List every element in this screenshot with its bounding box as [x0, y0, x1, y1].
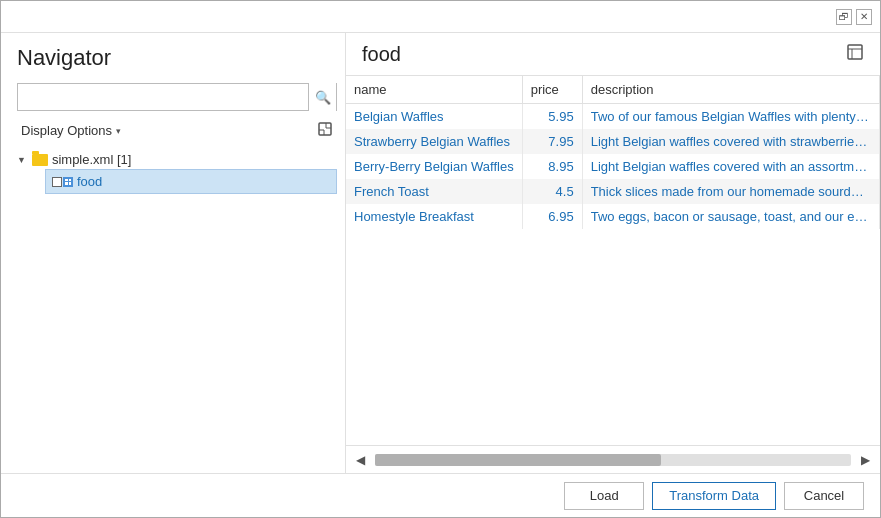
table-row[interactable]: Strawberry Belgian Waffles7.95Light Belg… — [346, 129, 880, 154]
cell-price: 5.95 — [522, 104, 582, 130]
tree-arrow-icon: ▼ — [17, 155, 26, 165]
grid-cell — [69, 182, 72, 185]
app-title: Navigator — [17, 45, 337, 71]
scroll-right-button[interactable]: ▶ — [855, 449, 876, 471]
cell-description: Thick slices made from our homemade sour… — [582, 179, 879, 204]
scroll-left-button[interactable]: ◀ — [350, 449, 371, 471]
cell-description: Two of our famous Belgian Waffles with p… — [582, 104, 879, 130]
chevron-down-icon: ▾ — [116, 126, 121, 136]
cancel-button[interactable]: Cancel — [784, 482, 864, 510]
tree-root-label: simple.xml [1] — [52, 152, 131, 167]
cell-name: French Toast — [346, 179, 522, 204]
cell-description: Light Belgian waffles covered with an as… — [582, 154, 879, 179]
preview-icon — [846, 43, 864, 61]
left-panel: Navigator 🔍 Display Options ▾ — [1, 33, 346, 473]
cell-description: Two eggs, bacon or sausage, toast, and o… — [582, 204, 879, 229]
col-header-name: name — [346, 76, 522, 104]
table-row[interactable]: Berry-Berry Belgian Waffles8.95Light Bel… — [346, 154, 880, 179]
search-input[interactable] — [18, 84, 308, 110]
display-options-button[interactable]: Display Options ▾ — [17, 121, 125, 140]
right-panel: food name price description — [346, 33, 880, 473]
scroll-track[interactable] — [375, 454, 851, 466]
folder-icon — [32, 154, 48, 166]
display-options-row: Display Options ▾ — [17, 119, 337, 142]
expand-button[interactable] — [313, 119, 337, 142]
title-bar: 🗗 ✕ — [1, 1, 880, 33]
tree-child-food[interactable]: food — [45, 169, 337, 194]
content-area: Navigator 🔍 Display Options ▾ — [1, 33, 880, 473]
cell-price: 7.95 — [522, 129, 582, 154]
grid-cell — [69, 179, 72, 182]
data-table: name price description Belgian Waffles5.… — [346, 76, 880, 229]
table-header-row: name price description — [346, 76, 880, 104]
scrollbar-area: ◀ ▶ — [346, 445, 880, 473]
cell-price: 4.5 — [522, 179, 582, 204]
navigator-window: 🗗 ✕ Navigator 🔍 Display Options ▾ — [0, 0, 881, 518]
table-row[interactable]: Homestyle Breakfast6.95Two eggs, bacon o… — [346, 204, 880, 229]
transform-data-button[interactable]: Transform Data — [652, 482, 776, 510]
data-table-container: name price description Belgian Waffles5.… — [346, 75, 880, 445]
table-row[interactable]: French Toast4.5Thick slices made from ou… — [346, 179, 880, 204]
preview-button[interactable] — [842, 41, 868, 67]
bottom-bar: Load Transform Data Cancel — [1, 473, 880, 517]
tree-child-label: food — [77, 174, 102, 189]
restore-button[interactable]: 🗗 — [836, 9, 852, 25]
col-header-description: description — [582, 76, 879, 104]
table-row[interactable]: Belgian Waffles5.95Two of our famous Bel… — [346, 104, 880, 130]
grid-cell — [65, 179, 68, 182]
svg-rect-1 — [848, 45, 862, 59]
expand-icon — [317, 121, 333, 137]
tree-area: ▼ simple.xml [1] food — [17, 150, 337, 465]
load-button[interactable]: Load — [564, 482, 644, 510]
tree-root-item[interactable]: ▼ simple.xml [1] — [17, 150, 337, 169]
right-header: food — [346, 41, 880, 75]
search-bar: 🔍 — [17, 83, 337, 111]
right-panel-title: food — [362, 43, 401, 66]
cell-price: 6.95 — [522, 204, 582, 229]
svg-rect-0 — [319, 123, 331, 135]
cell-description: Light Belgian waffles covered with straw… — [582, 129, 879, 154]
scroll-thumb — [375, 454, 661, 466]
cell-name: Homestyle Breakfast — [346, 204, 522, 229]
close-button[interactable]: ✕ — [856, 9, 872, 25]
cell-price: 8.95 — [522, 154, 582, 179]
table-icon-grid — [63, 177, 73, 187]
search-button[interactable]: 🔍 — [308, 83, 336, 111]
grid-cell — [65, 182, 68, 185]
cell-name: Strawberry Belgian Waffles — [346, 129, 522, 154]
cell-name: Belgian Waffles — [346, 104, 522, 130]
display-options-label: Display Options — [21, 123, 112, 138]
col-header-price: price — [522, 76, 582, 104]
table-icon-square — [52, 177, 62, 187]
table-icon — [52, 177, 73, 187]
cell-name: Berry-Berry Belgian Waffles — [346, 154, 522, 179]
